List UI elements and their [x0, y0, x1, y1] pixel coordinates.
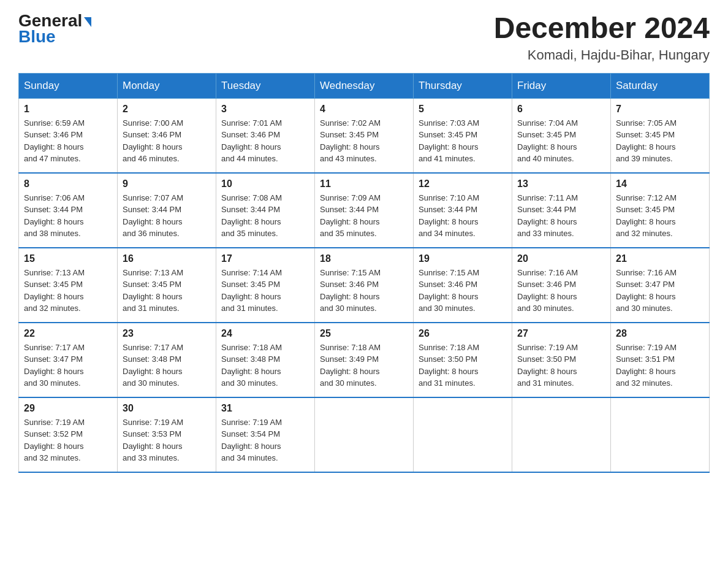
table-row: 20 Sunrise: 7:16 AM Sunset: 3:46 PM Dayl…: [512, 248, 611, 323]
day-number: 8: [24, 178, 112, 190]
day-info: Sunrise: 7:18 AM Sunset: 3:48 PM Dayligh…: [221, 342, 309, 389]
day-number: 7: [616, 104, 704, 115]
table-row: [414, 397, 512, 472]
table-row: 5 Sunrise: 7:03 AM Sunset: 3:45 PM Dayli…: [414, 98, 512, 173]
calendar-table: Sunday Monday Tuesday Wednesday Thursday…: [18, 73, 710, 473]
calendar-week-row: 29 Sunrise: 7:19 AM Sunset: 3:52 PM Dayl…: [19, 397, 710, 472]
day-info: Sunrise: 7:00 AM Sunset: 3:46 PM Dayligh…: [123, 117, 211, 165]
table-row: 16 Sunrise: 7:13 AM Sunset: 3:45 PM Dayl…: [118, 248, 216, 323]
table-row: 25 Sunrise: 7:18 AM Sunset: 3:49 PM Dayl…: [315, 323, 414, 397]
table-row: [611, 397, 710, 472]
day-info: Sunrise: 7:13 AM Sunset: 3:45 PM Dayligh…: [24, 267, 112, 315]
month-title: December 2024: [494, 12, 710, 45]
day-info: Sunrise: 7:19 AM Sunset: 3:50 PM Dayligh…: [517, 342, 605, 389]
day-number: 14: [616, 178, 704, 190]
logo: General Blue: [18, 12, 91, 47]
calendar-week-row: 15 Sunrise: 7:13 AM Sunset: 3:45 PM Dayl…: [19, 248, 710, 323]
day-info: Sunrise: 7:11 AM Sunset: 3:44 PM Dayligh…: [517, 192, 605, 240]
day-number: 19: [419, 253, 507, 264]
table-row: 11 Sunrise: 7:09 AM Sunset: 3:44 PM Dayl…: [315, 173, 414, 248]
table-row: 6 Sunrise: 7:04 AM Sunset: 3:45 PM Dayli…: [512, 98, 611, 173]
table-row: 24 Sunrise: 7:18 AM Sunset: 3:48 PM Dayl…: [216, 323, 315, 397]
day-number: 21: [616, 253, 704, 264]
day-number: 11: [320, 178, 408, 190]
table-row: 29 Sunrise: 7:19 AM Sunset: 3:52 PM Dayl…: [19, 397, 118, 472]
table-row: 31 Sunrise: 7:19 AM Sunset: 3:54 PM Dayl…: [216, 397, 315, 472]
day-info: Sunrise: 7:19 AM Sunset: 3:54 PM Dayligh…: [221, 416, 309, 464]
table-row: [512, 397, 611, 472]
day-number: 12: [419, 178, 507, 190]
table-row: 14 Sunrise: 7:12 AM Sunset: 3:45 PM Dayl…: [611, 173, 710, 248]
header-thursday: Thursday: [414, 73, 512, 98]
day-number: 27: [517, 328, 605, 339]
day-number: 4: [320, 104, 408, 115]
header-tuesday: Tuesday: [216, 73, 315, 98]
table-row: 27 Sunrise: 7:19 AM Sunset: 3:50 PM Dayl…: [512, 323, 611, 397]
page-header: General Blue December 2024 Komadi, Hajdu…: [18, 12, 710, 63]
table-row: 3 Sunrise: 7:01 AM Sunset: 3:46 PM Dayli…: [216, 98, 315, 173]
day-info: Sunrise: 7:08 AM Sunset: 3:44 PM Dayligh…: [221, 192, 309, 240]
day-number: 24: [221, 328, 309, 339]
table-row: 21 Sunrise: 7:16 AM Sunset: 3:47 PM Dayl…: [611, 248, 710, 323]
day-info: Sunrise: 7:06 AM Sunset: 3:44 PM Dayligh…: [24, 192, 112, 240]
day-info: Sunrise: 7:09 AM Sunset: 3:44 PM Dayligh…: [320, 192, 408, 240]
header-wednesday: Wednesday: [315, 73, 414, 98]
table-row: 13 Sunrise: 7:11 AM Sunset: 3:44 PM Dayl…: [512, 173, 611, 248]
day-number: 25: [320, 328, 408, 339]
table-row: 22 Sunrise: 7:17 AM Sunset: 3:47 PM Dayl…: [19, 323, 118, 397]
day-info: Sunrise: 7:10 AM Sunset: 3:44 PM Dayligh…: [419, 192, 507, 240]
day-info: Sunrise: 7:18 AM Sunset: 3:50 PM Dayligh…: [419, 342, 507, 389]
calendar-week-row: 8 Sunrise: 7:06 AM Sunset: 3:44 PM Dayli…: [19, 173, 710, 248]
day-info: Sunrise: 6:59 AM Sunset: 3:46 PM Dayligh…: [24, 117, 112, 165]
day-number: 29: [24, 403, 112, 414]
day-number: 23: [123, 328, 211, 339]
logo-line2: Blue: [18, 27, 56, 47]
day-info: Sunrise: 7:03 AM Sunset: 3:45 PM Dayligh…: [419, 117, 507, 165]
day-number: 15: [24, 253, 112, 264]
day-number: 16: [123, 253, 211, 264]
calendar-week-row: 1 Sunrise: 6:59 AM Sunset: 3:46 PM Dayli…: [19, 98, 710, 173]
header-sunday: Sunday: [19, 73, 118, 98]
day-number: 3: [221, 104, 309, 115]
table-row: 2 Sunrise: 7:00 AM Sunset: 3:46 PM Dayli…: [118, 98, 216, 173]
day-number: 9: [123, 178, 211, 190]
table-row: 19 Sunrise: 7:15 AM Sunset: 3:46 PM Dayl…: [414, 248, 512, 323]
day-info: Sunrise: 7:04 AM Sunset: 3:45 PM Dayligh…: [517, 117, 605, 165]
table-row: 8 Sunrise: 7:06 AM Sunset: 3:44 PM Dayli…: [19, 173, 118, 248]
day-info: Sunrise: 7:12 AM Sunset: 3:45 PM Dayligh…: [616, 192, 704, 240]
day-info: Sunrise: 7:16 AM Sunset: 3:46 PM Dayligh…: [517, 267, 605, 315]
day-info: Sunrise: 7:17 AM Sunset: 3:48 PM Dayligh…: [123, 342, 211, 389]
day-info: Sunrise: 7:07 AM Sunset: 3:44 PM Dayligh…: [123, 192, 211, 240]
table-row: 30 Sunrise: 7:19 AM Sunset: 3:53 PM Dayl…: [118, 397, 216, 472]
day-info: Sunrise: 7:15 AM Sunset: 3:46 PM Dayligh…: [320, 267, 408, 315]
day-number: 6: [517, 104, 605, 115]
header-saturday: Saturday: [611, 73, 710, 98]
day-info: Sunrise: 7:16 AM Sunset: 3:47 PM Dayligh…: [616, 267, 704, 315]
table-row: 12 Sunrise: 7:10 AM Sunset: 3:44 PM Dayl…: [414, 173, 512, 248]
day-number: 26: [419, 328, 507, 339]
day-info: Sunrise: 7:02 AM Sunset: 3:45 PM Dayligh…: [320, 117, 408, 165]
day-info: Sunrise: 7:13 AM Sunset: 3:45 PM Dayligh…: [123, 267, 211, 315]
title-block: December 2024 Komadi, Hajdu-Bihar, Hunga…: [494, 12, 710, 63]
day-info: Sunrise: 7:14 AM Sunset: 3:45 PM Dayligh…: [221, 267, 309, 315]
table-row: 23 Sunrise: 7:17 AM Sunset: 3:48 PM Dayl…: [118, 323, 216, 397]
day-number: 28: [616, 328, 704, 339]
table-row: 7 Sunrise: 7:05 AM Sunset: 3:45 PM Dayli…: [611, 98, 710, 173]
day-number: 1: [24, 104, 112, 115]
day-number: 13: [517, 178, 605, 190]
day-number: 5: [419, 104, 507, 115]
day-number: 18: [320, 253, 408, 264]
calendar-week-row: 22 Sunrise: 7:17 AM Sunset: 3:47 PM Dayl…: [19, 323, 710, 397]
day-info: Sunrise: 7:17 AM Sunset: 3:47 PM Dayligh…: [24, 342, 112, 389]
location-title: Komadi, Hajdu-Bihar, Hungary: [494, 47, 710, 63]
day-info: Sunrise: 7:19 AM Sunset: 3:53 PM Dayligh…: [123, 416, 211, 464]
day-info: Sunrise: 7:19 AM Sunset: 3:51 PM Dayligh…: [616, 342, 704, 389]
day-info: Sunrise: 7:19 AM Sunset: 3:52 PM Dayligh…: [24, 416, 112, 464]
table-row: 9 Sunrise: 7:07 AM Sunset: 3:44 PM Dayli…: [118, 173, 216, 248]
table-row: 17 Sunrise: 7:14 AM Sunset: 3:45 PM Dayl…: [216, 248, 315, 323]
table-row: 15 Sunrise: 7:13 AM Sunset: 3:45 PM Dayl…: [19, 248, 118, 323]
weekday-header-row: Sunday Monday Tuesday Wednesday Thursday…: [19, 73, 710, 98]
header-friday: Friday: [512, 73, 611, 98]
day-info: Sunrise: 7:05 AM Sunset: 3:45 PM Dayligh…: [616, 117, 704, 165]
table-row: 26 Sunrise: 7:18 AM Sunset: 3:50 PM Dayl…: [414, 323, 512, 397]
